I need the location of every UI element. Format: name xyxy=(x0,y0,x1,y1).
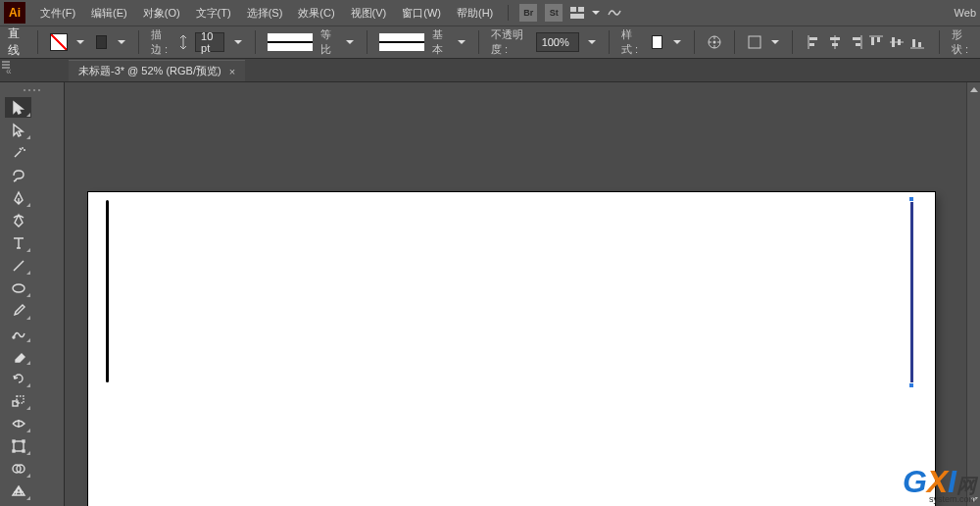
stroke-weight-dropdown[interactable] xyxy=(232,33,243,51)
menu-view[interactable]: 视图(V) xyxy=(344,3,394,24)
svg-rect-35 xyxy=(13,440,15,442)
fill-dropdown[interactable] xyxy=(75,33,86,51)
recolor-artwork-icon[interactable] xyxy=(707,32,722,52)
stroke-weight-field[interactable]: 10 pt xyxy=(195,32,224,52)
svg-rect-2 xyxy=(570,14,584,19)
opacity-field[interactable]: 100% xyxy=(536,32,579,52)
ellipse-tool[interactable] xyxy=(5,278,31,298)
variable-width-profile[interactable] xyxy=(268,33,313,51)
line-segment-tool[interactable] xyxy=(5,255,31,276)
align-hcenter-icon[interactable] xyxy=(825,32,845,52)
svg-rect-36 xyxy=(23,440,24,442)
scroll-down-icon[interactable] xyxy=(967,492,980,506)
gpu-preview-icon[interactable] xyxy=(605,3,624,23)
profile-dropdown[interactable] xyxy=(345,33,356,51)
style-dropdown[interactable] xyxy=(672,33,683,51)
svg-rect-8 xyxy=(809,43,814,46)
anchor-point-top[interactable] xyxy=(908,196,914,202)
svg-line-28 xyxy=(14,261,24,271)
selection-tool[interactable] xyxy=(5,97,31,118)
anchor-point-bottom[interactable] xyxy=(908,382,914,388)
menu-edit[interactable]: 编辑(E) xyxy=(84,3,134,24)
arrange-dropdown[interactable] xyxy=(589,4,603,22)
separator xyxy=(792,30,793,54)
arrange-documents-icon[interactable] xyxy=(567,3,587,23)
type-tool[interactable] xyxy=(5,232,31,253)
line-object-left[interactable] xyxy=(106,200,109,382)
stock-icon[interactable]: St xyxy=(545,4,563,22)
align-vcenter-icon[interactable] xyxy=(887,32,906,52)
separator xyxy=(508,5,509,21)
menu-type[interactable]: 文字(T) xyxy=(189,3,238,24)
align-to-icon[interactable] xyxy=(747,32,762,52)
workspace-label[interactable]: Web xyxy=(955,7,976,19)
rotate-tool[interactable] xyxy=(5,368,31,388)
artboard[interactable] xyxy=(88,192,935,506)
stroke-dropdown[interactable] xyxy=(117,33,127,51)
eraser-tool[interactable] xyxy=(5,345,31,366)
direct-selection-tool[interactable] xyxy=(5,120,31,140)
svg-rect-22 xyxy=(912,39,915,47)
menu-object[interactable]: 对象(O) xyxy=(136,3,187,24)
svg-rect-20 xyxy=(898,39,901,45)
magic-wand-tool[interactable] xyxy=(5,142,31,163)
panel-grip-icon[interactable] xyxy=(0,86,64,94)
scale-tool[interactable] xyxy=(5,390,31,411)
line-object-right-selected[interactable] xyxy=(910,200,913,384)
menu-window[interactable]: 窗口(W) xyxy=(395,3,448,24)
document-tab-bar: 未标题-3* @ 52% (RGB/预览) × xyxy=(0,59,980,82)
svg-rect-38 xyxy=(23,450,24,452)
svg-rect-13 xyxy=(853,37,860,40)
brush-dropdown[interactable] xyxy=(457,33,467,51)
free-transform-tool[interactable] xyxy=(5,435,31,456)
align-to-dropdown[interactable] xyxy=(770,33,781,51)
canvas-area[interactable] xyxy=(65,82,966,506)
menu-file[interactable]: 文件(F) xyxy=(33,3,82,24)
document-tab[interactable]: 未标题-3* @ 52% (RGB/预览) × xyxy=(69,60,245,81)
paintbrush-tool[interactable] xyxy=(5,300,31,321)
shaper-tool[interactable] xyxy=(5,323,31,343)
opacity-dropdown[interactable] xyxy=(587,33,598,51)
svg-point-30 xyxy=(13,336,15,338)
align-bottom-icon[interactable] xyxy=(907,32,927,52)
stroke-weight-link-icon[interactable] xyxy=(179,35,187,49)
pen-tool[interactable] xyxy=(5,187,31,208)
svg-point-26 xyxy=(33,89,35,91)
align-group xyxy=(805,32,927,52)
menu-select[interactable]: 选择(S) xyxy=(240,3,290,24)
perspective-grid-tool[interactable] xyxy=(5,481,31,501)
svg-rect-0 xyxy=(570,7,576,12)
separator xyxy=(138,30,139,54)
separator xyxy=(609,30,610,54)
bridge-icon[interactable]: Br xyxy=(519,4,537,22)
menu-effect[interactable]: 效果(C) xyxy=(291,3,341,24)
align-right-icon[interactable] xyxy=(846,32,865,52)
opacity-label: 不透明度 : xyxy=(491,27,528,57)
svg-point-24 xyxy=(24,89,25,91)
align-top-icon[interactable] xyxy=(866,32,886,52)
fill-swatch[interactable] xyxy=(50,33,68,51)
svg-point-4 xyxy=(713,41,716,44)
brush-label: 基本 xyxy=(432,27,448,57)
graphic-style-swatch[interactable] xyxy=(652,35,662,49)
profile-label: 等比 xyxy=(320,27,336,57)
curvature-tool[interactable] xyxy=(5,210,31,230)
width-tool[interactable] xyxy=(5,413,31,433)
align-left-icon[interactable] xyxy=(805,32,824,52)
svg-point-27 xyxy=(38,89,40,91)
stroke-swatch[interactable] xyxy=(96,35,107,49)
tools-panel xyxy=(0,82,65,506)
shape-builder-tool[interactable] xyxy=(5,458,31,479)
scroll-up-icon[interactable] xyxy=(967,82,980,96)
brush-definition[interactable] xyxy=(379,33,424,51)
svg-rect-5 xyxy=(749,36,760,48)
panel-grip-icon[interactable]: « xyxy=(0,59,69,82)
svg-rect-23 xyxy=(918,42,921,47)
app-icon: Ai xyxy=(4,2,25,24)
svg-rect-1 xyxy=(578,7,584,12)
vertical-scrollbar[interactable] xyxy=(966,82,980,506)
tool-name-label: 直线 xyxy=(8,25,25,59)
menu-help[interactable]: 帮助(H) xyxy=(450,3,500,24)
lasso-tool[interactable] xyxy=(5,165,31,185)
close-tab-icon[interactable]: × xyxy=(229,66,235,77)
